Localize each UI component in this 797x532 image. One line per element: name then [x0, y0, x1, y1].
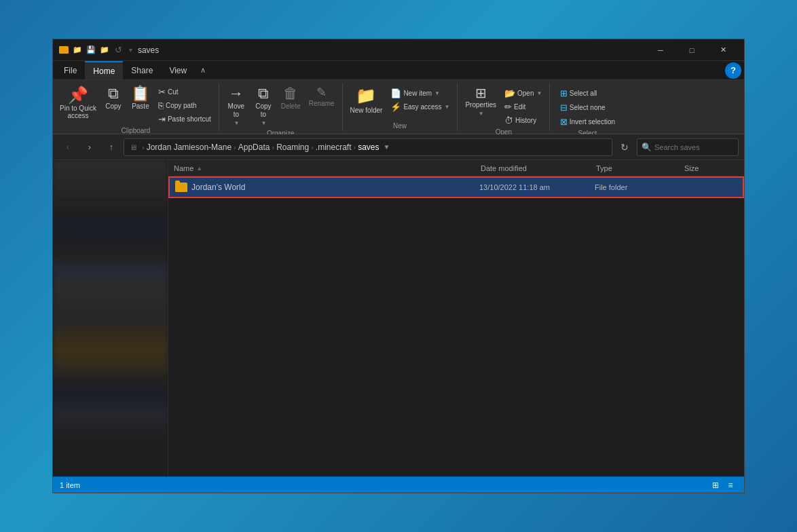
organize-group-items: → Moveto ▼ ⧉ Copyto ▼ 🗑 Delete ✎ Rename	[223, 84, 338, 128]
refresh-btn[interactable]: ↻	[615, 138, 634, 157]
breadcrumb-appdata[interactable]: AppData	[238, 142, 270, 152]
move-to-label: Moveto	[228, 102, 244, 119]
move-to-btn[interactable]: → Moveto ▼	[223, 84, 249, 128]
status-bar: 1 item ⊞ ≡	[53, 476, 744, 493]
clipboard-label: Clipboard	[122, 126, 151, 134]
ribbon-minimize-btn[interactable]: ∧	[198, 64, 208, 76]
edit-label: Edit	[514, 103, 525, 111]
move-to-dropdown: ▼	[234, 120, 239, 126]
new-folder-icon: 📁	[356, 86, 376, 105]
paste-label: Paste	[132, 102, 149, 111]
grid-view-btn[interactable]: ⊞	[709, 478, 722, 492]
invert-selection-icon: ⊠	[560, 117, 568, 127]
status-views: ⊞ ≡	[709, 478, 737, 492]
clipboard-small-btns: ✂ Cut ⎘ Copy path ⇥ Paste shortcut	[155, 86, 215, 126]
copy-path-btn[interactable]: ⎘ Copy path	[155, 99, 215, 112]
delete-btn[interactable]: 🗑 Delete	[278, 84, 304, 113]
new-item-btn[interactable]: 📄 New item ▼	[387, 87, 453, 100]
paste-icon: 📋	[131, 86, 149, 101]
col-date-header[interactable]: Date modified	[481, 164, 596, 172]
new-group-label: New	[393, 121, 407, 130]
history-icon: ⏱	[504, 115, 513, 126]
window-controls: ─ □ ✕	[645, 39, 739, 61]
col-date-label: Date modified	[481, 164, 527, 172]
minimize-btn[interactable]: ─	[645, 39, 676, 61]
search-box[interactable]: 🔍	[637, 138, 739, 156]
breadcrumb-bar[interactable]: 🖥 › Jordan Jamieson-Mane › AppData › Roa…	[124, 138, 612, 156]
close-btn[interactable]: ✕	[707, 39, 739, 61]
new-small-btns: 📄 New item ▼ ⚡ Easy access ▼	[387, 87, 453, 113]
select-group: ⊞ Select all ⊟ Select none ⊠ Invert sele…	[550, 83, 625, 131]
breadcrumb-dropdown-btn[interactable]: ▼	[384, 143, 390, 151]
copy-path-icon: ⎘	[158, 100, 164, 111]
easy-access-btn[interactable]: ⚡ Easy access ▼	[387, 100, 453, 113]
paste-shortcut-btn[interactable]: ⇥ Paste shortcut	[155, 113, 215, 126]
col-size-header[interactable]: Size	[684, 164, 739, 172]
copy-btn[interactable]: ⧉ Copy	[100, 84, 126, 113]
easy-access-icon: ⚡	[390, 102, 401, 112]
file-row-jordans-world[interactable]: Jordan's World 13/10/2022 11:18 am File …	[168, 176, 744, 198]
tab-home[interactable]: Home	[85, 61, 123, 79]
up-btn[interactable]: ↑	[102, 138, 121, 157]
quick-access-btn-2[interactable]: 💾	[86, 45, 96, 56]
open-group: ⊞ Properties ▼ 📂 Open ▼ ✏ Edit ⏱	[458, 83, 550, 131]
copy-to-dropdown: ▼	[261, 120, 266, 126]
search-input[interactable]	[654, 143, 734, 151]
cut-btn[interactable]: ✂ Cut	[155, 86, 215, 98]
breadcrumb-minecraft[interactable]: .minecraft	[316, 142, 352, 152]
select-none-label: Select none	[570, 104, 606, 111]
sep4: ›	[354, 143, 356, 151]
undo-btn[interactable]: ↺	[113, 45, 124, 56]
properties-btn[interactable]: ⊞ Properties ▼	[462, 84, 500, 119]
open-label: Open	[517, 90, 534, 97]
copy-path-label: Copy path	[166, 102, 197, 109]
history-btn[interactable]: ⏱ History	[501, 114, 545, 127]
sep1: ›	[234, 143, 236, 151]
select-all-icon: ⊞	[560, 88, 568, 98]
folder-icon	[175, 183, 187, 192]
new-item-icon: 📄	[390, 88, 401, 98]
breadcrumb-current: saves	[358, 142, 379, 152]
forward-btn[interactable]: ›	[80, 138, 99, 157]
paste-btn[interactable]: 📋 Paste	[128, 84, 153, 113]
select-none-icon: ⊟	[560, 102, 568, 113]
dropdown-arrow[interactable]: ▼	[128, 47, 134, 54]
search-icon: 🔍	[642, 142, 652, 152]
invert-selection-btn[interactable]: ⊠ Invert selection	[557, 115, 618, 128]
maximize-btn[interactable]: □	[676, 39, 707, 61]
quick-access-btn-3[interactable]: 📁	[99, 45, 110, 56]
copy-to-label: Copyto	[255, 102, 271, 119]
details-view-btn[interactable]: ≡	[724, 478, 737, 492]
tab-view[interactable]: View	[161, 61, 195, 79]
file-name: Jordan's World	[191, 183, 245, 192]
edit-btn[interactable]: ✏ Edit	[501, 100, 545, 113]
select-all-btn[interactable]: ⊞ Select all	[557, 87, 618, 100]
tab-share[interactable]: Share	[123, 61, 161, 79]
file-row-name: Jordan's World	[175, 183, 479, 192]
rename-btn[interactable]: ✎ Rename	[305, 84, 338, 110]
col-type-header[interactable]: Type	[596, 164, 684, 172]
copy-to-btn[interactable]: ⧉ Copyto ▼	[251, 84, 276, 128]
sep0: ›	[142, 143, 145, 151]
col-name-header[interactable]: Name ▲	[174, 164, 481, 172]
open-dropdown: ▼	[536, 90, 542, 96]
file-list: Name ▲ Date modified Type Size	[168, 160, 744, 476]
new-folder-btn[interactable]: 📁 New folder	[347, 84, 386, 116]
easy-access-dropdown: ▼	[445, 104, 450, 110]
back-btn[interactable]: ‹	[58, 138, 77, 157]
help-btn[interactable]: ?	[725, 62, 741, 79]
move-to-icon: →	[229, 86, 244, 101]
sidebar	[53, 160, 168, 476]
breadcrumb-roaming[interactable]: Roaming	[276, 142, 309, 152]
quick-access-btn-1[interactable]: 📁	[72, 45, 83, 56]
select-none-btn[interactable]: ⊟ Select none	[557, 101, 618, 114]
properties-label: Properties	[465, 101, 496, 109]
main-area: Name ▲ Date modified Type Size	[53, 160, 744, 476]
breadcrumb-jordan[interactable]: Jordan Jamieson-Mane	[147, 142, 231, 152]
tab-file[interactable]: File	[56, 61, 85, 79]
pin-quick-access-btn[interactable]: 📌 Pin to Quickaccess	[57, 84, 99, 121]
rename-icon: ✎	[316, 86, 327, 98]
rename-label: Rename	[309, 100, 335, 108]
open-btn[interactable]: 📂 Open ▼	[501, 87, 545, 100]
new-group: 📁 New folder 📄 New item ▼ ⚡ Easy access …	[343, 83, 458, 131]
